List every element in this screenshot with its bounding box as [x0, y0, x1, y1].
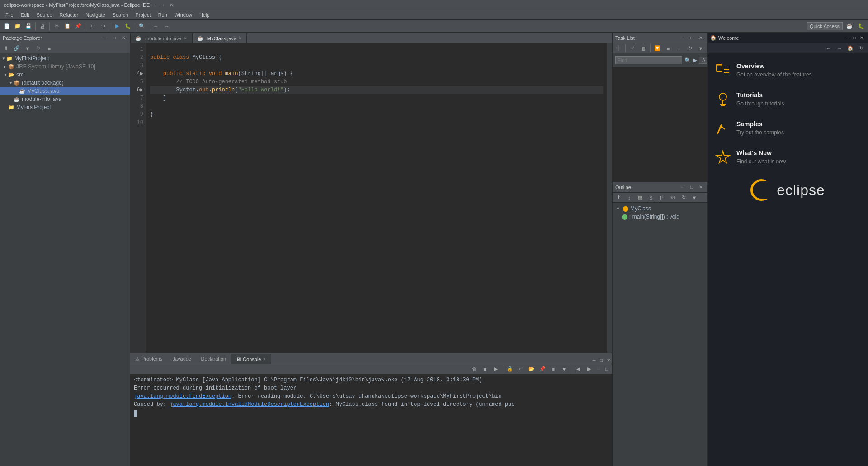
menu-refactor[interactable]: Refactor: [56, 11, 82, 19]
pe-close-btn[interactable]: ✕: [120, 34, 127, 42]
menu-edit[interactable]: Edit: [17, 11, 33, 19]
tab-myclass[interactable]: ☕ MyClass.java ✕: [192, 33, 247, 43]
menu-search[interactable]: Search: [109, 11, 132, 19]
bottom-close[interactable]: ✕: [605, 357, 612, 364]
console-stop[interactable]: ■: [480, 364, 490, 374]
outline-menu[interactable]: ▼: [689, 193, 699, 203]
outline-min-btn[interactable]: ─: [679, 184, 686, 191]
console-prev-page[interactable]: ◀: [573, 364, 583, 374]
outline-sort[interactable]: ↕: [624, 193, 634, 203]
tab-module-info[interactable]: ☕ module-info.java ✕: [130, 33, 192, 43]
task-menu[interactable]: ▼: [696, 43, 706, 53]
tab-javadoc[interactable]: Javadoc: [167, 354, 196, 364]
tree-jre[interactable]: ▶ 📦 JRE System Library [JavaSE-10]: [0, 62, 130, 71]
tb-perspective-debug[interactable]: 🐛: [856, 21, 866, 31]
maximize-button[interactable]: □: [159, 1, 166, 9]
console-menu[interactable]: ▼: [559, 364, 569, 374]
pe-collapse-all[interactable]: ⬆: [1, 43, 11, 53]
tb-undo[interactable]: ↩: [87, 21, 97, 31]
task-filter[interactable]: 🔽: [652, 43, 662, 53]
pe-link[interactable]: 🔗: [12, 43, 22, 53]
tree-src[interactable]: ▼ 📂 src: [0, 71, 130, 79]
task-search-btn[interactable]: 🔍: [684, 55, 691, 65]
console-open-file[interactable]: 📂: [527, 364, 537, 374]
console-tab-close[interactable]: ✕: [263, 357, 266, 361]
tree-default-package[interactable]: ▼ 📦 (default package): [0, 79, 130, 87]
pe-minimize-btn[interactable]: ─: [102, 34, 109, 42]
outline-method-item[interactable]: ⬤ f main(String[]) : void: [614, 213, 705, 221]
task-max-btn[interactable]: □: [688, 34, 695, 42]
task-refresh[interactable]: ↻: [685, 43, 695, 53]
menu-file[interactable]: File: [2, 11, 17, 19]
bottom-minimize[interactable]: ─: [590, 357, 598, 364]
menu-source[interactable]: Source: [33, 11, 56, 19]
tab-myclass-close[interactable]: ✕: [238, 36, 242, 41]
outline-max-btn[interactable]: □: [688, 184, 695, 191]
tab-module-close[interactable]: ✕: [184, 36, 187, 41]
console-next-page[interactable]: ▶: [584, 364, 594, 374]
task-check[interactable]: ✓: [627, 43, 637, 53]
console-word-wrap[interactable]: ↵: [516, 364, 526, 374]
code-editor[interactable]: public class MyClass { public static voi…: [146, 43, 607, 353]
tab-console[interactable]: 🖥 Console ✕: [231, 354, 271, 364]
tree-module-info[interactable]: ☕ module-info.java: [0, 95, 130, 103]
welcome-back-btn[interactable]: ←: [824, 43, 834, 53]
welcome-close-btn[interactable]: ✕: [858, 34, 865, 42]
menu-help[interactable]: Help: [196, 11, 213, 19]
minimize-button[interactable]: ─: [150, 1, 157, 9]
welcome-samples[interactable]: Samples Try out the samples: [715, 120, 861, 137]
console-scroll-lock[interactable]: 🔒: [505, 364, 515, 374]
invalid-module-link[interactable]: java.lang.module.InvalidModuleDescriptor…: [170, 401, 329, 408]
menu-run[interactable]: Run: [155, 11, 171, 19]
tb-new[interactable]: 📄: [2, 21, 12, 31]
task-min-btn[interactable]: ─: [679, 34, 686, 42]
tb-print[interactable]: 🖨: [38, 21, 47, 31]
outline-sync[interactable]: ↻: [679, 193, 689, 203]
pe-maximize-btn[interactable]: □: [111, 34, 118, 42]
tb-redo[interactable]: ↪: [98, 21, 108, 31]
console-pin[interactable]: 📌: [538, 364, 547, 374]
welcome-whats-new[interactable]: What's New Find out what is new: [715, 149, 861, 166]
console-min[interactable]: ─: [595, 366, 602, 373]
welcome-tutorials[interactable]: Tutorials Go through tutorials: [715, 91, 861, 108]
outline-stop[interactable]: ⊘: [668, 193, 678, 203]
tb-search[interactable]: 🔍: [137, 21, 147, 31]
console-max[interactable]: □: [603, 366, 610, 373]
editor-scrollbar[interactable]: [607, 43, 612, 353]
close-button[interactable]: ✕: [168, 1, 175, 9]
tb-save[interactable]: 💾: [24, 21, 33, 31]
tb-cut[interactable]: ✂: [52, 21, 61, 31]
tb-open[interactable]: 📁: [13, 21, 23, 31]
outline-class-item[interactable]: ▼ ⬤ MyClass: [614, 204, 705, 213]
task-search-input[interactable]: [615, 56, 682, 64]
welcome-min-btn[interactable]: ─: [844, 34, 851, 42]
menu-navigate[interactable]: Navigate: [82, 11, 108, 19]
tb-perspective-java[interactable]: ☕: [844, 21, 854, 31]
outline-hide-non-public[interactable]: P: [657, 193, 667, 203]
tb-run[interactable]: ▶: [112, 21, 122, 31]
outline-close-btn[interactable]: ✕: [697, 184, 704, 191]
pe-menu[interactable]: ▼: [23, 43, 33, 53]
outline-collapse[interactable]: ⬆: [613, 193, 623, 203]
pe-sync[interactable]: ↻: [33, 43, 43, 53]
tree-myproject[interactable]: 📁 MyFirstProject: [0, 103, 130, 111]
bottom-maximize[interactable]: □: [598, 357, 605, 364]
welcome-home-btn[interactable]: 🏠: [845, 43, 855, 53]
quick-access-input[interactable]: Quick Access: [807, 22, 843, 30]
tab-problems[interactable]: ⚠ Problems: [130, 354, 167, 364]
tb-debug[interactable]: 🐛: [123, 21, 133, 31]
task-delete[interactable]: 🗑: [638, 43, 648, 53]
tb-forward[interactable]: →: [162, 21, 172, 31]
welcome-forward-btn[interactable]: →: [835, 43, 844, 53]
tree-project[interactable]: ▼ 📁 MyFirstProject: [0, 54, 130, 62]
welcome-max-btn[interactable]: □: [851, 34, 858, 42]
task-close-btn[interactable]: ✕: [697, 34, 704, 42]
task-new[interactable]: ➕: [613, 43, 623, 53]
console-select[interactable]: ≡: [548, 364, 558, 374]
welcome-overview[interactable]: Overview Get an overview of the features: [715, 62, 861, 79]
task-sort[interactable]: ↕: [674, 43, 684, 53]
welcome-refresh-btn[interactable]: ↻: [856, 43, 866, 53]
tree-myclass[interactable]: ☕ MyClass.java: [0, 87, 130, 95]
menu-window[interactable]: Window: [171, 11, 196, 19]
tab-declaration[interactable]: Declaration: [196, 354, 231, 364]
